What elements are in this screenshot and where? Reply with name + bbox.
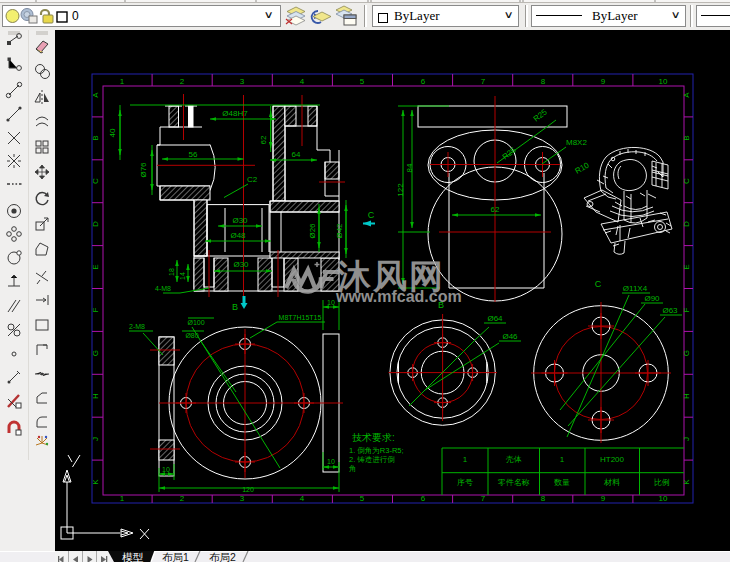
svg-text:Ø48: Ø48 [230, 231, 246, 240]
svg-text:2-M8: 2-M8 [129, 323, 145, 330]
svg-text:10: 10 [327, 299, 335, 306]
svg-text:D: D [91, 221, 100, 227]
svg-text:壳体: 壳体 [506, 455, 522, 464]
svg-text:7: 7 [481, 77, 486, 86]
svg-text:10: 10 [659, 77, 668, 86]
svg-text:J: J [682, 437, 691, 441]
svg-text:4: 4 [300, 77, 305, 86]
svg-text:材料: 材料 [603, 478, 620, 487]
svg-text:F: F [91, 307, 100, 312]
svg-text:F: F [682, 307, 691, 312]
svg-text:B: B [682, 135, 691, 140]
svg-text:A: A [682, 92, 691, 98]
svg-text:1: 1 [120, 77, 125, 86]
svg-text:模型: 模型 [122, 551, 144, 562]
svg-text:Ø46: Ø46 [502, 332, 518, 341]
svg-text:2. 铸造进行倒: 2. 铸造进行倒 [349, 455, 395, 464]
svg-text:J: J [91, 437, 100, 441]
svg-text:K: K [682, 479, 691, 485]
svg-text:40: 40 [108, 128, 117, 137]
svg-text:R10: R10 [574, 160, 592, 175]
svg-text:120: 120 [242, 486, 254, 493]
svg-text:84: 84 [405, 163, 414, 172]
svg-text:M8T7H15T15: M8T7H15T15 [279, 314, 322, 321]
svg-text:M8X2: M8X2 [566, 138, 587, 147]
svg-text:C: C [368, 210, 375, 220]
svg-text:www.mfcad.com: www.mfcad.com [335, 288, 462, 305]
svg-text:B: B [91, 135, 100, 140]
svg-text:18: 18 [168, 268, 175, 276]
svg-text:Ø30: Ø30 [232, 216, 248, 225]
svg-text:62: 62 [491, 205, 500, 214]
svg-text:布局1: 布局1 [162, 551, 189, 562]
svg-text:E: E [91, 264, 100, 269]
svg-text:Ø26: Ø26 [308, 223, 317, 239]
svg-text:7: 7 [481, 494, 486, 503]
svg-text:C: C [595, 279, 602, 289]
svg-text:Ø90: Ø90 [644, 294, 660, 303]
svg-text:1. 倒角为R3-R5;: 1. 倒角为R3-R5; [349, 446, 404, 455]
svg-text:10: 10 [162, 466, 170, 473]
svg-text:C: C [682, 178, 691, 184]
svg-text:9: 9 [601, 494, 606, 503]
svg-text:5: 5 [360, 77, 365, 86]
svg-text:序号: 序号 [457, 478, 473, 487]
svg-text:D: D [682, 221, 691, 227]
svg-text:64: 64 [292, 150, 301, 159]
svg-text:H: H [91, 393, 100, 399]
svg-text:G: G [682, 350, 691, 356]
svg-text:Ø64: Ø64 [487, 314, 503, 323]
svg-text:比例: 比例 [654, 478, 670, 487]
svg-text:Ø48H7: Ø48H7 [222, 109, 248, 118]
svg-text:Ø63: Ø63 [662, 306, 678, 315]
svg-text:HT200: HT200 [600, 455, 625, 464]
svg-text:2: 2 [180, 494, 185, 503]
svg-text:R25: R25 [532, 107, 550, 123]
svg-text:布局2: 布局2 [209, 551, 236, 562]
svg-text:E: E [682, 264, 691, 269]
svg-text:零件名称: 零件名称 [498, 478, 530, 487]
svg-text:4-M8: 4-M8 [155, 285, 171, 292]
svg-text:14: 14 [179, 272, 186, 280]
svg-text:6: 6 [421, 77, 426, 86]
svg-text:Ø11X4: Ø11X4 [623, 284, 648, 293]
svg-text:1: 1 [463, 455, 468, 464]
svg-text:4: 4 [300, 494, 305, 503]
svg-text:G: G [91, 350, 100, 356]
svg-text:122: 122 [396, 183, 405, 197]
svg-text:3: 3 [240, 494, 245, 503]
svg-text:K: K [91, 479, 100, 485]
svg-text:9: 9 [601, 77, 606, 86]
svg-text:B: B [232, 302, 238, 312]
svg-text:1: 1 [120, 494, 125, 503]
svg-text:8: 8 [541, 494, 546, 503]
svg-text:62: 62 [259, 135, 268, 144]
svg-text:3: 3 [240, 77, 245, 86]
svg-text:10: 10 [659, 494, 668, 503]
svg-text:8: 8 [541, 77, 546, 86]
svg-text:Ø100: Ø100 [187, 319, 204, 326]
svg-text:数量: 数量 [554, 478, 570, 487]
svg-text:技术要求:: 技术要求: [352, 432, 395, 443]
svg-text:Ø80: Ø80 [185, 332, 198, 339]
svg-text:C2: C2 [247, 175, 258, 184]
svg-text:5: 5 [360, 494, 365, 503]
svg-text:Ø30: Ø30 [233, 260, 249, 269]
svg-text:Ø76: Ø76 [139, 162, 148, 178]
svg-text:C: C [91, 178, 100, 184]
svg-text:Ø42: Ø42 [335, 223, 344, 239]
svg-text:角: 角 [349, 464, 357, 473]
svg-text:10: 10 [327, 458, 335, 465]
svg-text:6: 6 [421, 494, 426, 503]
svg-text:56: 56 [189, 150, 198, 159]
svg-text:2: 2 [180, 77, 185, 86]
svg-text:1: 1 [560, 455, 565, 464]
svg-text:H: H [682, 393, 691, 399]
svg-text:A: A [91, 92, 100, 98]
